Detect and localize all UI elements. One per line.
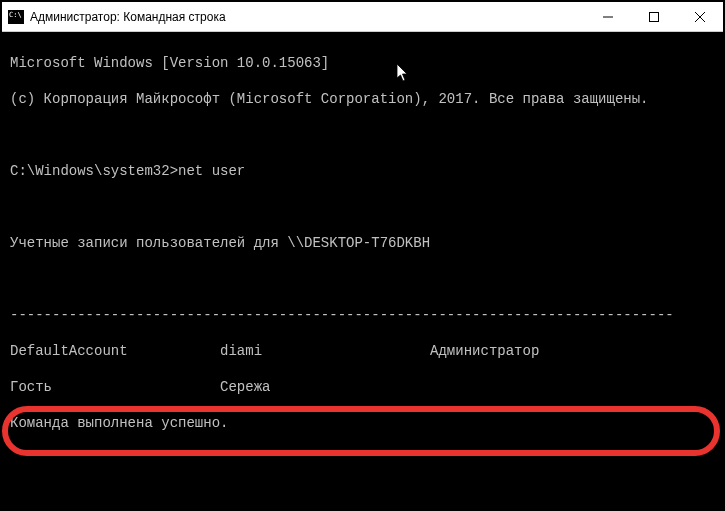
titlebar: Администратор: Командная строка (2, 2, 723, 32)
output-line (10, 198, 715, 216)
close-button[interactable] (677, 2, 723, 31)
svg-rect-1 (650, 12, 659, 21)
output-line: ----------------------------------------… (10, 306, 715, 324)
window-controls (585, 2, 723, 31)
output-line: Команда выполнена успешно. (10, 414, 715, 432)
maximize-button[interactable] (631, 2, 677, 31)
output-line (10, 270, 715, 288)
terminal-output[interactable]: Microsoft Windows [Version 10.0.15063] (… (2, 32, 723, 509)
output-line: (c) Корпорация Майкрософт (Microsoft Cor… (10, 90, 715, 108)
cmd-icon (8, 10, 24, 24)
output-line (10, 486, 715, 504)
minimize-button[interactable] (585, 2, 631, 31)
output-line (10, 450, 715, 468)
window-title: Администратор: Командная строка (30, 10, 585, 24)
output-line (10, 126, 715, 144)
output-line: Microsoft Windows [Version 10.0.15063] (10, 54, 715, 72)
output-line: Учетные записи пользователей для \\DESKT… (10, 234, 715, 252)
output-line: DefaultAccount diami Администратор (10, 342, 715, 360)
output-line: Гость Сережа (10, 378, 715, 396)
prompt-line: C:\Windows\system32>net user (10, 162, 715, 180)
